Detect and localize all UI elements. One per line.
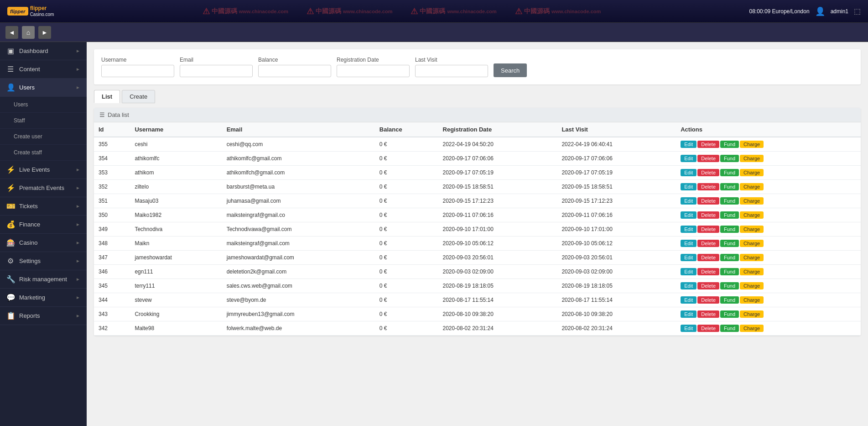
charge-button[interactable]: Charge <box>740 282 764 289</box>
edit-button[interactable]: Edit <box>681 240 696 247</box>
edit-button[interactable]: Edit <box>681 211 696 219</box>
tab-create[interactable]: Create <box>122 90 155 103</box>
edit-button[interactable]: Edit <box>681 268 696 275</box>
fund-button[interactable]: Fund <box>720 240 739 247</box>
delete-button[interactable]: Delete <box>697 183 719 190</box>
fund-button[interactable]: Fund <box>720 169 739 176</box>
sidebar-item-casino[interactable]: 🎰 Casino ► <box>0 234 87 252</box>
charge-button[interactable]: Charge <box>740 296 764 304</box>
cell-email: athikomlfch@gmail.com <box>222 166 375 180</box>
sidebar-item-reports[interactable]: 📋 Reports ► <box>0 307 87 325</box>
charge-button[interactable]: Charge <box>740 226 764 233</box>
sidebar-item-content[interactable]: ☰ Content ► <box>0 60 87 79</box>
fund-button[interactable]: Fund <box>720 282 739 289</box>
cell-actions: EditDeleteFundCharge <box>676 208 861 222</box>
cell-reg-date: 2020-09-17 07:06:06 <box>438 152 557 166</box>
delete-button[interactable]: Delete <box>697 310 719 318</box>
sidebar-item-finance[interactable]: 💰 Finance ► <box>0 216 87 234</box>
tab-list[interactable]: List <box>94 90 120 103</box>
search-button[interactable]: Search <box>494 63 527 77</box>
watermark-icon-3: ⚠ <box>411 6 418 16</box>
edit-button[interactable]: Edit <box>681 325 696 332</box>
delete-button[interactable]: Delete <box>697 226 719 233</box>
fund-button[interactable]: Fund <box>720 211 739 219</box>
edit-button[interactable]: Edit <box>681 282 696 289</box>
charge-button[interactable]: Charge <box>740 325 764 332</box>
fund-button[interactable]: Fund <box>720 254 739 261</box>
table-row: 345terry111sales.cws.web@gmail.com0 €202… <box>94 279 861 293</box>
balance-input[interactable] <box>258 65 331 77</box>
username-input[interactable] <box>101 65 174 77</box>
sidebar-label-users: Users <box>19 84 71 91</box>
delete-button[interactable]: Delete <box>697 296 719 304</box>
sidebar-item-users-sub[interactable]: Users <box>0 97 87 113</box>
sidebar-item-marketing[interactable]: 💬 Marketing ► <box>0 289 87 307</box>
charge-button[interactable]: Charge <box>740 254 764 261</box>
sidebar-item-create-user[interactable]: Create user <box>0 129 87 145</box>
cell-last-visit: 2020-08-02 20:31:24 <box>557 321 676 336</box>
sidebar-item-settings[interactable]: ⚙ Settings ► <box>0 252 87 270</box>
sidebar-item-create-staff[interactable]: Create staff <box>0 145 87 161</box>
table-row: 348Maiknmaiksteingraf@gmail.com0 €2020-0… <box>94 237 861 251</box>
edit-button[interactable]: Edit <box>681 183 696 190</box>
fund-button[interactable]: Fund <box>720 310 739 318</box>
delete-button[interactable]: Delete <box>697 282 719 289</box>
edit-button[interactable]: Edit <box>681 141 696 148</box>
sidebar-item-staff[interactable]: Staff <box>0 113 87 129</box>
delete-button[interactable]: Delete <box>697 254 719 261</box>
fund-button[interactable]: Fund <box>720 296 739 304</box>
delete-button[interactable]: Delete <box>697 197 719 205</box>
charge-button[interactable]: Charge <box>740 169 764 176</box>
sidebar-item-live-events[interactable]: ⚡ Live Events ► <box>0 161 87 179</box>
cell-last-visit: 2020-09-10 05:06:12 <box>557 237 676 251</box>
edit-button[interactable]: Edit <box>681 310 696 318</box>
fund-button[interactable]: Fund <box>720 197 739 205</box>
cell-username: jameshowardat <box>130 251 222 265</box>
delete-button[interactable]: Delete <box>697 325 719 332</box>
home-button[interactable]: ⌂ <box>22 26 35 39</box>
forward-button[interactable]: ► <box>38 26 51 39</box>
last-visit-field: Last Visit <box>415 57 488 77</box>
delete-button[interactable]: Delete <box>697 268 719 275</box>
sidebar-item-tickets[interactable]: 🎫 Tickets ► <box>0 197 87 216</box>
edit-button[interactable]: Edit <box>681 226 696 233</box>
sidebar-item-users[interactable]: 👤 Users ► <box>0 79 87 97</box>
marketing-arrow: ► <box>76 295 80 300</box>
delete-button[interactable]: Delete <box>697 169 719 176</box>
cell-email: sales.cws.web@gmail.com <box>222 279 375 293</box>
edit-button[interactable]: Edit <box>681 169 696 176</box>
registration-date-input[interactable] <box>337 65 410 77</box>
fund-button[interactable]: Fund <box>720 325 739 332</box>
edit-button[interactable]: Edit <box>681 197 696 205</box>
sidebar-toggle-button[interactable]: ◄ <box>5 26 18 39</box>
delete-button[interactable]: Delete <box>697 141 719 148</box>
edit-button[interactable]: Edit <box>681 296 696 304</box>
sidebar-item-prematch-events[interactable]: ⚡ Prematch Events ► <box>0 179 87 197</box>
sidebar-item-risk-management[interactable]: 🔧 Risk management ► <box>0 270 87 289</box>
charge-button[interactable]: Charge <box>740 155 764 162</box>
fund-button[interactable]: Fund <box>720 141 739 148</box>
delete-button[interactable]: Delete <box>697 155 719 162</box>
charge-button[interactable]: Charge <box>740 310 764 318</box>
last-visit-input[interactable] <box>415 65 488 77</box>
edit-button[interactable]: Edit <box>681 254 696 261</box>
fund-button[interactable]: Fund <box>720 183 739 190</box>
charge-button[interactable]: Charge <box>740 211 764 219</box>
charge-button[interactable]: Charge <box>740 240 764 247</box>
logout-icon[interactable]: ⬚ <box>854 7 861 16</box>
charge-button[interactable]: Charge <box>740 197 764 205</box>
fund-button[interactable]: Fund <box>720 268 739 275</box>
delete-button[interactable]: Delete <box>697 211 719 219</box>
charge-button[interactable]: Charge <box>740 268 764 275</box>
casino-icon: 🎰 <box>6 238 15 247</box>
charge-button[interactable]: Charge <box>740 183 764 190</box>
edit-button[interactable]: Edit <box>681 155 696 162</box>
delete-button[interactable]: Delete <box>697 240 719 247</box>
cell-last-visit: 2020-09-15 18:58:51 <box>557 180 676 194</box>
sidebar-item-dashboard[interactable]: ▣ Dashboard ► <box>0 42 87 60</box>
charge-button[interactable]: Charge <box>740 141 764 148</box>
fund-button[interactable]: Fund <box>720 155 739 162</box>
email-input[interactable] <box>180 65 253 77</box>
fund-button[interactable]: Fund <box>720 226 739 233</box>
risk-arrow: ► <box>76 277 80 282</box>
